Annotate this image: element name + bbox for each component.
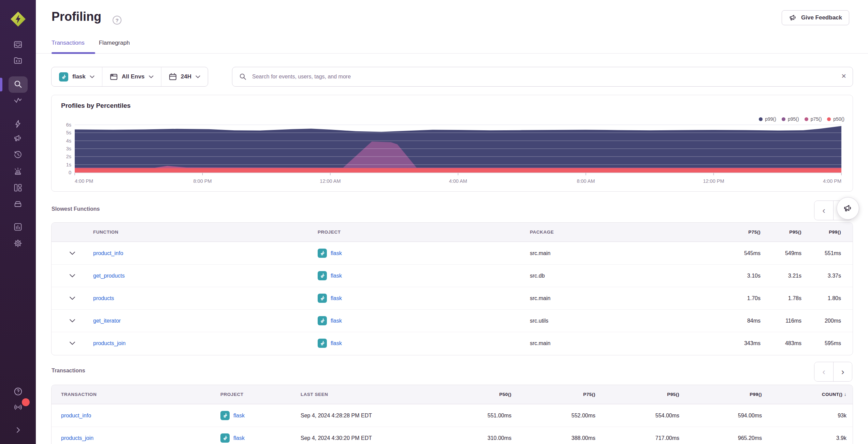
page-help-icon[interactable]: ? bbox=[113, 16, 121, 25]
sidebar-item-performance[interactable] bbox=[0, 119, 36, 129]
table-row: get_iterator flask src.utils 84ms 116ms … bbox=[52, 309, 853, 332]
legend-dot bbox=[782, 117, 785, 121]
search-input[interactable] bbox=[232, 67, 853, 87]
environment-filter[interactable]: All Envs bbox=[102, 67, 161, 86]
sidebar-item-dashboards[interactable] bbox=[0, 183, 36, 192]
megaphone-icon bbox=[789, 14, 797, 22]
table-row: product_info flask src.main 545ms 549ms … bbox=[52, 242, 853, 264]
project-link[interactable]: flask bbox=[331, 340, 342, 346]
flask-project-icon bbox=[59, 72, 68, 82]
sidebar-item-whats-new[interactable] bbox=[0, 402, 36, 412]
col-project: PROJECT bbox=[220, 392, 301, 397]
search-icon bbox=[13, 79, 23, 89]
sidebar bbox=[0, 0, 36, 444]
legend-label: p50() bbox=[833, 116, 844, 122]
p75-cell: 84ms bbox=[720, 318, 761, 324]
transactions-table: TRANSACTION PROJECT LAST SEEN P50() P75(… bbox=[51, 385, 853, 444]
count-cell: 3.9k bbox=[762, 435, 847, 441]
sidebar-item-discover[interactable] bbox=[0, 199, 36, 209]
sidebar-item-replays[interactable] bbox=[0, 150, 36, 159]
svg-text:4:00 AM: 4:00 AM bbox=[449, 178, 467, 184]
col-p99[interactable]: P99() bbox=[679, 392, 762, 397]
svg-text:8:00 PM: 8:00 PM bbox=[193, 178, 212, 184]
col-p95[interactable]: P95() bbox=[595, 392, 679, 397]
legend-item-p75[interactable]: p75() bbox=[805, 116, 822, 122]
prev-page-button[interactable]: ‹ bbox=[814, 362, 833, 381]
col-count[interactable]: COUNT() ↓ bbox=[762, 392, 847, 397]
percentiles-chart[interactable]: 4:00 PM8:00 PM12:00 AM4:00 AM8:00 AM12:0… bbox=[55, 121, 847, 187]
function-link[interactable]: get_products bbox=[93, 273, 318, 279]
package-cell: src.main bbox=[530, 250, 720, 256]
expand-row-button[interactable] bbox=[52, 251, 93, 255]
app-logo[interactable] bbox=[0, 11, 36, 27]
tab-transactions[interactable]: Transactions bbox=[52, 40, 85, 54]
chevron-down-icon bbox=[69, 341, 75, 345]
legend-dot bbox=[805, 117, 808, 121]
tab-flamegraph[interactable]: Flamegraph bbox=[99, 40, 130, 54]
project-link[interactable]: flask bbox=[331, 273, 342, 279]
transaction-link[interactable]: product_info bbox=[61, 413, 220, 419]
project-link[interactable]: flask bbox=[233, 435, 245, 441]
table-row: products_join flask Sep 4, 2024 4:30:20 … bbox=[52, 427, 853, 444]
svg-text:0: 0 bbox=[69, 170, 71, 175]
calendar-icon bbox=[169, 73, 177, 81]
sidebar-item-projects[interactable] bbox=[0, 56, 36, 65]
project-filter-label: flask bbox=[72, 73, 86, 80]
search-icon bbox=[239, 73, 247, 82]
prev-page-button[interactable]: ‹ bbox=[814, 201, 833, 220]
slowest-functions-header-row: FUNCTION PROJECT PACKAGE P75() P95() P99… bbox=[52, 223, 853, 242]
col-p95[interactable]: P95() bbox=[761, 230, 801, 235]
col-package: PACKAGE bbox=[530, 230, 720, 235]
expand-row-button[interactable] bbox=[52, 274, 93, 278]
sidebar-item-explore[interactable] bbox=[0, 79, 36, 89]
sidebar-item-traces[interactable] bbox=[0, 96, 36, 105]
function-link[interactable]: products bbox=[93, 295, 318, 301]
sidebar-item-help[interactable] bbox=[0, 387, 36, 396]
p99-cell: 1.80s bbox=[801, 295, 841, 301]
p95-cell: 116ms bbox=[761, 318, 801, 324]
page-title: Profiling bbox=[52, 10, 101, 24]
slowest-functions-table: FUNCTION PROJECT PACKAGE P75() P95() P99… bbox=[51, 222, 853, 355]
expand-row-button[interactable] bbox=[52, 319, 93, 323]
transactions-title: Transactions bbox=[52, 368, 85, 374]
flask-project-icon bbox=[318, 249, 327, 258]
sidebar-item-issues[interactable] bbox=[0, 40, 36, 49]
project-link[interactable]: flask bbox=[331, 295, 342, 301]
project-filter[interactable]: flask bbox=[52, 67, 102, 86]
give-feedback-button[interactable]: Give Feedback bbox=[782, 10, 849, 25]
legend-item-p95[interactable]: p95() bbox=[782, 116, 799, 122]
col-p99[interactable]: P99() bbox=[801, 230, 841, 235]
project-link[interactable]: flask bbox=[233, 413, 245, 419]
col-p75[interactable]: P75() bbox=[511, 392, 595, 397]
col-p75[interactable]: P75() bbox=[720, 230, 761, 235]
project-link[interactable]: flask bbox=[331, 250, 342, 256]
p99-cell: 594.00ms bbox=[679, 413, 762, 419]
expand-row-button[interactable] bbox=[52, 296, 93, 300]
transactions-header-row: TRANSACTION PROJECT LAST SEEN P50() P75(… bbox=[52, 385, 853, 404]
floating-feedback-button[interactable] bbox=[837, 197, 859, 220]
date-range-filter[interactable]: 24H bbox=[161, 67, 208, 86]
sidebar-item-feedback[interactable] bbox=[0, 134, 36, 143]
flask-project-icon bbox=[220, 433, 230, 443]
legend-item-p50[interactable]: p50() bbox=[827, 116, 844, 122]
function-link[interactable]: get_iterator bbox=[93, 318, 318, 324]
close-icon[interactable]: × bbox=[841, 71, 846, 81]
sidebar-item-stats[interactable] bbox=[0, 222, 36, 232]
next-page-button[interactable]: › bbox=[833, 362, 852, 381]
transaction-link[interactable]: products_join bbox=[61, 435, 220, 441]
legend-item-p99[interactable]: p99() bbox=[759, 116, 776, 122]
project-link[interactable]: flask bbox=[331, 318, 342, 324]
table-row: products flask src.main 1.70s 1.78s 1.80… bbox=[52, 287, 853, 309]
col-p50[interactable]: P50() bbox=[426, 392, 511, 397]
sidebar-item-alerts[interactable] bbox=[0, 167, 36, 176]
lightning-icon bbox=[13, 119, 23, 129]
sidebar-item-settings[interactable] bbox=[0, 239, 36, 248]
p99-cell: 3.37s bbox=[801, 273, 841, 279]
expand-row-button[interactable] bbox=[52, 341, 93, 345]
sidebar-collapse[interactable] bbox=[0, 426, 36, 434]
p99-cell: 200ms bbox=[801, 318, 841, 324]
active-tab-underline bbox=[52, 52, 95, 54]
gear-icon bbox=[13, 239, 23, 248]
function-link[interactable]: products_join bbox=[93, 340, 318, 346]
function-link[interactable]: product_info bbox=[93, 250, 318, 256]
